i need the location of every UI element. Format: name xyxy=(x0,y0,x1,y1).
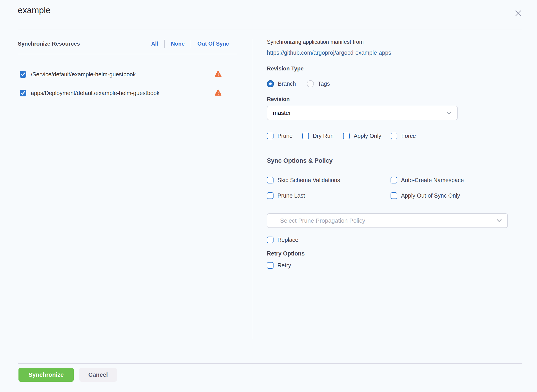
revision-select[interactable]: master xyxy=(267,106,458,120)
auto-create-namespace-label[interactable]: Auto-Create Namespace xyxy=(401,177,464,183)
resource-row: apps/Deployment/default/example-helm-gue… xyxy=(20,89,234,97)
sync-settings-panel: Synchronizing application manifest from … xyxy=(267,0,508,342)
filter-out-of-sync[interactable]: Out Of Sync xyxy=(191,41,236,47)
prune-propagation-policy-select[interactable]: - - Select Prune Propagation Policy - - xyxy=(267,213,508,228)
replace-checkbox[interactable] xyxy=(267,237,274,243)
manifest-source-label: Synchronizing application manifest from xyxy=(267,39,364,45)
sync-flags-row: Prune Dry Run Apply Only Force xyxy=(267,132,425,140)
filter-none[interactable]: None xyxy=(165,41,191,47)
resources-panel: Synchronize Resources All None Out Of Sy… xyxy=(18,0,237,342)
resource-checkbox[interactable] xyxy=(20,90,26,96)
warning-triangle-icon xyxy=(214,70,222,78)
repo-url-link[interactable]: https://github.com/argoproj/argocd-examp… xyxy=(267,49,391,56)
radio-dot xyxy=(269,83,272,85)
resource-name: apps/Deployment/default/example-helm-gue… xyxy=(31,90,159,96)
replace-label[interactable]: Replace xyxy=(277,237,298,243)
flag-apply-only: Apply Only xyxy=(343,133,381,139)
force-label[interactable]: Force xyxy=(401,133,416,139)
resource-name: /Service/default/example-helm-guestbook xyxy=(31,71,136,78)
filter-all[interactable]: All xyxy=(145,41,165,47)
revision-type-label: Revision Type xyxy=(267,65,304,72)
tags-radio-label[interactable]: Tags xyxy=(318,80,330,87)
resource-filters: All None Out Of Sync xyxy=(145,40,236,48)
resources-divider xyxy=(18,54,237,54)
branch-radio[interactable] xyxy=(267,80,274,87)
revision-label: Revision xyxy=(267,96,290,102)
apply-only-label[interactable]: Apply Only xyxy=(354,133,381,139)
flag-force: Force xyxy=(391,133,416,139)
prune-label[interactable]: Prune xyxy=(277,133,293,139)
prune-checkbox[interactable] xyxy=(267,133,274,139)
apply-out-of-sync-only-checkbox[interactable] xyxy=(390,192,397,199)
revision-type-options: Branch Tags xyxy=(267,79,330,89)
resources-header: Synchronize Resources All None Out Of Sy… xyxy=(18,38,237,49)
retry-options-heading: Retry Options xyxy=(267,250,304,257)
tags-radio[interactable] xyxy=(307,80,314,87)
flag-dry-run: Dry Run xyxy=(302,133,334,139)
option-apply-out-of-sync-only: Apply Out of Sync Only xyxy=(390,191,460,200)
branch-radio-label[interactable]: Branch xyxy=(278,80,296,87)
retry-checkbox[interactable] xyxy=(267,262,274,269)
apply-only-checkbox[interactable] xyxy=(343,133,350,139)
sync-dialog: example Synchronize Resources All None O… xyxy=(0,0,537,392)
option-replace: Replace xyxy=(267,236,298,244)
footer-divider xyxy=(18,363,523,364)
resource-row: /Service/default/example-helm-guestbook xyxy=(20,70,234,78)
close-button[interactable] xyxy=(514,9,523,18)
revision-select-value: master xyxy=(273,109,291,117)
skip-schema-validations-label[interactable]: Skip Schema Validations xyxy=(277,177,340,183)
option-auto-create-namespace: Auto-Create Namespace xyxy=(390,176,464,184)
chevron-down-icon xyxy=(446,111,452,115)
prune-last-checkbox[interactable] xyxy=(267,192,274,199)
synchronize-button[interactable]: Synchronize xyxy=(19,368,74,382)
flag-prune: Prune xyxy=(267,133,293,139)
panel-divider xyxy=(252,39,252,339)
warning-triangle-icon xyxy=(214,89,222,96)
chevron-down-icon xyxy=(496,219,502,222)
resources-panel-title: Synchronize Resources xyxy=(18,41,80,47)
x-icon xyxy=(514,9,522,17)
cancel-button[interactable]: Cancel xyxy=(79,368,117,382)
dry-run-checkbox[interactable] xyxy=(302,133,309,139)
retry-label[interactable]: Retry xyxy=(277,262,291,269)
option-skip-schema-validations: Skip Schema Validations xyxy=(267,176,340,184)
prune-propagation-policy-placeholder: - - Select Prune Propagation Policy - - xyxy=(273,217,372,224)
checkmark-icon xyxy=(21,72,25,76)
apply-out-of-sync-only-label[interactable]: Apply Out of Sync Only xyxy=(401,192,460,199)
resource-checkbox[interactable] xyxy=(20,71,26,78)
auto-create-namespace-checkbox[interactable] xyxy=(390,177,397,183)
prune-last-label[interactable]: Prune Last xyxy=(277,192,305,199)
skip-schema-validations-checkbox[interactable] xyxy=(267,177,274,183)
option-prune-last: Prune Last xyxy=(267,191,305,200)
force-checkbox[interactable] xyxy=(391,133,397,139)
sync-options-heading: Sync Options & Policy xyxy=(267,157,333,164)
option-retry: Retry xyxy=(267,261,291,269)
dry-run-label[interactable]: Dry Run xyxy=(313,133,334,139)
checkmark-icon xyxy=(21,91,25,95)
